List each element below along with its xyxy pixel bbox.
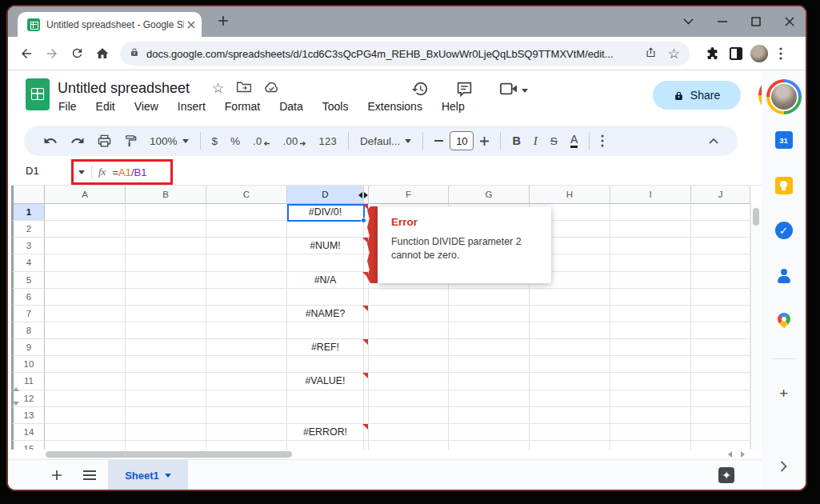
address-bar[interactable]: docs.google.com/spreadsheets/d/1cd6C3sQc… bbox=[120, 42, 690, 66]
cell-J13[interactable] bbox=[691, 407, 750, 424]
strikethrough-button[interactable]: S bbox=[544, 130, 564, 152]
forward-icon[interactable] bbox=[45, 46, 59, 61]
cell-H7[interactable] bbox=[530, 306, 610, 322]
scroll-right-icon[interactable] bbox=[741, 451, 745, 458]
row-header-3[interactable]: 3 bbox=[11, 238, 45, 254]
column-header-H[interactable]: H bbox=[530, 186, 610, 204]
cell-C13[interactable] bbox=[206, 407, 287, 424]
cell-D12[interactable] bbox=[287, 390, 364, 407]
new-tab-button[interactable] bbox=[218, 15, 229, 30]
cell-C15[interactable] bbox=[206, 441, 287, 450]
cell-D7[interactable]: #NAME? bbox=[287, 306, 364, 322]
browser-menu-kebab-icon[interactable] bbox=[779, 47, 782, 60]
cell-B1[interactable] bbox=[126, 204, 206, 221]
cell-D8[interactable] bbox=[287, 322, 364, 339]
cell-I15[interactable] bbox=[610, 441, 691, 450]
cell-D15[interactable] bbox=[287, 441, 364, 450]
cell-B10[interactable] bbox=[126, 356, 206, 373]
bookmark-star-icon[interactable]: ☆ bbox=[668, 47, 680, 61]
vertical-scrollbar-thumb[interactable] bbox=[753, 208, 759, 226]
cell-H8[interactable] bbox=[530, 322, 610, 339]
cloud-status-icon[interactable] bbox=[264, 82, 279, 96]
cell-J5[interactable] bbox=[691, 272, 750, 289]
cell-H9[interactable] bbox=[530, 339, 610, 356]
cell-G14[interactable] bbox=[449, 424, 530, 441]
cell-J6[interactable] bbox=[691, 289, 750, 306]
cell-C8[interactable] bbox=[206, 322, 287, 339]
cell-I4[interactable] bbox=[610, 254, 691, 271]
cell-G13[interactable] bbox=[449, 407, 530, 424]
cell-I8[interactable] bbox=[610, 322, 691, 339]
undo-icon[interactable] bbox=[37, 130, 64, 152]
column-header-A[interactable]: A bbox=[45, 186, 126, 204]
cell-B12[interactable] bbox=[126, 390, 206, 407]
menu-view[interactable]: View bbox=[134, 100, 158, 113]
cell-H12[interactable] bbox=[530, 390, 610, 407]
column-header-D[interactable]: D bbox=[287, 186, 364, 204]
cell-B15[interactable] bbox=[126, 441, 206, 450]
cell-C11[interactable] bbox=[206, 373, 287, 390]
cell-F12[interactable] bbox=[369, 390, 449, 407]
row-header-5[interactable]: 5 bbox=[11, 272, 45, 289]
cell-I13[interactable] bbox=[610, 407, 691, 424]
add-sheet-icon[interactable] bbox=[51, 460, 62, 490]
share-page-icon[interactable] bbox=[645, 46, 657, 62]
get-addons-icon[interactable]: + bbox=[762, 386, 806, 401]
cell-A13[interactable] bbox=[45, 407, 126, 424]
cell-A12[interactable] bbox=[45, 390, 126, 407]
vertical-scrollbar[interactable] bbox=[750, 204, 760, 450]
cell-D6[interactable] bbox=[287, 289, 364, 306]
cell-A2[interactable] bbox=[45, 221, 126, 238]
cell-I12[interactable] bbox=[610, 390, 691, 407]
zoom-control[interactable]: 100% bbox=[143, 135, 195, 147]
cell-D14[interactable]: #ERROR! bbox=[287, 424, 364, 441]
cell-A10[interactable] bbox=[45, 356, 126, 373]
keep-icon[interactable] bbox=[762, 177, 806, 194]
close-button[interactable] bbox=[785, 17, 794, 26]
cell-C9[interactable] bbox=[206, 339, 287, 356]
sheet-tab-sheet1[interactable]: Sheet1 bbox=[108, 460, 188, 490]
cell-B9[interactable] bbox=[126, 339, 206, 356]
row-header-6[interactable]: 6 bbox=[11, 289, 45, 306]
cell-A3[interactable] bbox=[45, 238, 126, 254]
cell-B3[interactable] bbox=[126, 238, 206, 254]
cell-A11[interactable] bbox=[45, 373, 126, 390]
row-header-7[interactable]: 7 bbox=[11, 306, 45, 322]
cell-F15[interactable] bbox=[369, 441, 449, 450]
cell-B5[interactable] bbox=[126, 272, 206, 289]
cell-A6[interactable] bbox=[45, 289, 126, 306]
cell-C7[interactable] bbox=[206, 306, 287, 322]
row-header-2[interactable]: 2 bbox=[11, 221, 45, 238]
cell-D13[interactable] bbox=[287, 407, 364, 424]
cell-A8[interactable] bbox=[45, 322, 126, 339]
bold-button[interactable]: B bbox=[506, 130, 526, 152]
row-header-1[interactable]: 1 bbox=[11, 204, 45, 221]
column-header-C[interactable]: C bbox=[206, 186, 287, 204]
number-format-button[interactable]: 123 bbox=[313, 130, 344, 152]
cell-B6[interactable] bbox=[126, 289, 206, 306]
hidden-column-right-icon[interactable] bbox=[364, 192, 368, 198]
cell-A14[interactable] bbox=[45, 424, 126, 441]
select-all-corner[interactable] bbox=[11, 186, 45, 204]
cell-C4[interactable] bbox=[206, 254, 287, 271]
column-header-J[interactable]: J bbox=[691, 186, 750, 204]
row-header-15[interactable]: 15 bbox=[11, 441, 45, 450]
row-header-10[interactable]: 10 bbox=[11, 356, 45, 373]
horizontal-scrollbar[interactable] bbox=[11, 450, 750, 459]
cell-F9[interactable] bbox=[369, 339, 449, 356]
cell-C14[interactable] bbox=[206, 424, 287, 441]
profile-avatar[interactable] bbox=[766, 79, 802, 114]
tasks-icon[interactable]: ✓ bbox=[762, 222, 806, 239]
collapse-toolbar-icon[interactable] bbox=[702, 130, 725, 152]
column-header-B[interactable]: B bbox=[126, 186, 206, 204]
cell-C10[interactable] bbox=[206, 356, 287, 373]
cell-F8[interactable] bbox=[369, 322, 449, 339]
meet-camera-icon[interactable] bbox=[500, 82, 518, 98]
cell-J2[interactable] bbox=[691, 221, 750, 238]
document-title[interactable]: Untitled spreadsheet bbox=[58, 80, 190, 97]
cell-C2[interactable] bbox=[206, 221, 287, 238]
cell-J4[interactable] bbox=[691, 254, 750, 271]
back-icon[interactable] bbox=[19, 46, 34, 61]
meet-dropdown-icon[interactable] bbox=[522, 89, 528, 93]
maps-icon[interactable] bbox=[762, 313, 806, 326]
